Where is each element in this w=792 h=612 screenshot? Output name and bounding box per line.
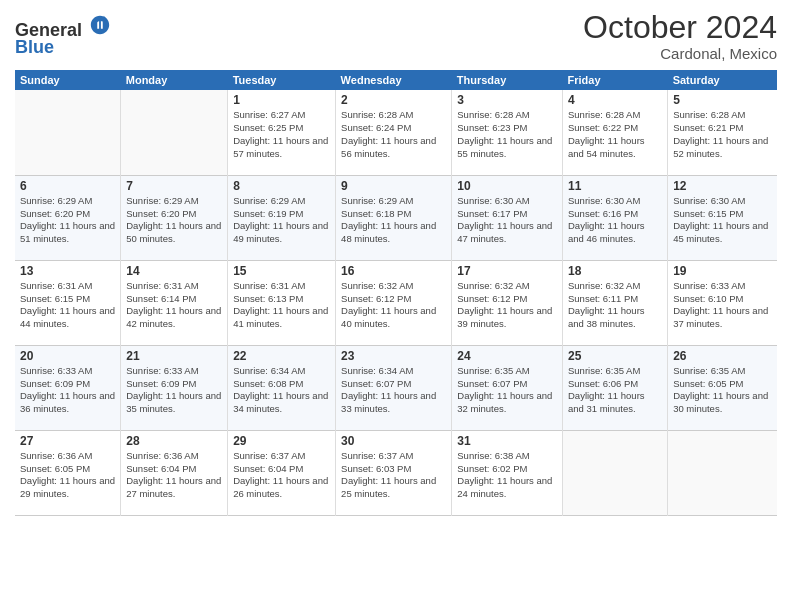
day-info: Sunrise: 6:34 AMSunset: 6:07 PMDaylight:…: [341, 365, 446, 416]
day-number: 30: [341, 434, 446, 448]
calendar-cell: 3Sunrise: 6:28 AMSunset: 6:23 PMDaylight…: [452, 90, 563, 175]
day-info: Sunrise: 6:37 AMSunset: 6:04 PMDaylight:…: [233, 450, 330, 501]
day-number: 29: [233, 434, 330, 448]
calendar-cell: 24Sunrise: 6:35 AMSunset: 6:07 PMDayligh…: [452, 345, 563, 430]
day-number: 20: [20, 349, 115, 363]
day-number: 18: [568, 264, 662, 278]
calendar-cell: [562, 430, 667, 515]
day-number: 23: [341, 349, 446, 363]
day-info: Sunrise: 6:28 AMSunset: 6:22 PMDaylight:…: [568, 109, 662, 160]
day-info: Sunrise: 6:32 AMSunset: 6:12 PMDaylight:…: [341, 280, 446, 331]
calendar-cell: 17Sunrise: 6:32 AMSunset: 6:12 PMDayligh…: [452, 260, 563, 345]
calendar-cell: 12Sunrise: 6:30 AMSunset: 6:15 PMDayligh…: [668, 175, 777, 260]
calendar-cell: 22Sunrise: 6:34 AMSunset: 6:08 PMDayligh…: [228, 345, 336, 430]
day-info: Sunrise: 6:35 AMSunset: 6:06 PMDaylight:…: [568, 365, 662, 416]
calendar-cell: 4Sunrise: 6:28 AMSunset: 6:22 PMDaylight…: [562, 90, 667, 175]
calendar-cell: [121, 90, 228, 175]
day-info: Sunrise: 6:28 AMSunset: 6:23 PMDaylight:…: [457, 109, 557, 160]
calendar-week-2: 6Sunrise: 6:29 AMSunset: 6:20 PMDaylight…: [15, 175, 777, 260]
calendar-table: SundayMondayTuesdayWednesdayThursdayFrid…: [15, 70, 777, 516]
calendar-cell: 21Sunrise: 6:33 AMSunset: 6:09 PMDayligh…: [121, 345, 228, 430]
calendar-cell: 10Sunrise: 6:30 AMSunset: 6:17 PMDayligh…: [452, 175, 563, 260]
calendar-week-1: 1Sunrise: 6:27 AMSunset: 6:25 PMDaylight…: [15, 90, 777, 175]
location: Cardonal, Mexico: [583, 45, 777, 62]
day-info: Sunrise: 6:27 AMSunset: 6:25 PMDaylight:…: [233, 109, 330, 160]
calendar-cell: 29Sunrise: 6:37 AMSunset: 6:04 PMDayligh…: [228, 430, 336, 515]
calendar-week-4: 20Sunrise: 6:33 AMSunset: 6:09 PMDayligh…: [15, 345, 777, 430]
calendar-cell: 11Sunrise: 6:30 AMSunset: 6:16 PMDayligh…: [562, 175, 667, 260]
calendar-cell: 18Sunrise: 6:32 AMSunset: 6:11 PMDayligh…: [562, 260, 667, 345]
page-header: General Blue October 2024 Cardonal, Mexi…: [15, 10, 777, 62]
calendar-body: 1Sunrise: 6:27 AMSunset: 6:25 PMDaylight…: [15, 90, 777, 515]
day-info: Sunrise: 6:32 AMSunset: 6:11 PMDaylight:…: [568, 280, 662, 331]
day-number: 9: [341, 179, 446, 193]
day-number: 31: [457, 434, 557, 448]
calendar-cell: [15, 90, 121, 175]
day-info: Sunrise: 6:29 AMSunset: 6:20 PMDaylight:…: [126, 195, 222, 246]
calendar-cell: 1Sunrise: 6:27 AMSunset: 6:25 PMDaylight…: [228, 90, 336, 175]
day-number: 7: [126, 179, 222, 193]
day-number: 5: [673, 93, 772, 107]
calendar-week-5: 27Sunrise: 6:36 AMSunset: 6:05 PMDayligh…: [15, 430, 777, 515]
day-info: Sunrise: 6:32 AMSunset: 6:12 PMDaylight:…: [457, 280, 557, 331]
day-number: 2: [341, 93, 446, 107]
month-title: October 2024: [583, 10, 777, 45]
calendar-cell: 30Sunrise: 6:37 AMSunset: 6:03 PMDayligh…: [336, 430, 452, 515]
day-info: Sunrise: 6:37 AMSunset: 6:03 PMDaylight:…: [341, 450, 446, 501]
calendar-cell: 6Sunrise: 6:29 AMSunset: 6:20 PMDaylight…: [15, 175, 121, 260]
day-number: 6: [20, 179, 115, 193]
weekday-monday: Monday: [121, 70, 228, 90]
day-info: Sunrise: 6:31 AMSunset: 6:13 PMDaylight:…: [233, 280, 330, 331]
day-info: Sunrise: 6:36 AMSunset: 6:05 PMDaylight:…: [20, 450, 115, 501]
weekday-header-row: SundayMondayTuesdayWednesdayThursdayFrid…: [15, 70, 777, 90]
day-info: Sunrise: 6:29 AMSunset: 6:18 PMDaylight:…: [341, 195, 446, 246]
calendar-cell: 2Sunrise: 6:28 AMSunset: 6:24 PMDaylight…: [336, 90, 452, 175]
day-number: 21: [126, 349, 222, 363]
calendar-week-3: 13Sunrise: 6:31 AMSunset: 6:15 PMDayligh…: [15, 260, 777, 345]
day-number: 17: [457, 264, 557, 278]
calendar-cell: 26Sunrise: 6:35 AMSunset: 6:05 PMDayligh…: [668, 345, 777, 430]
day-number: 4: [568, 93, 662, 107]
day-info: Sunrise: 6:33 AMSunset: 6:10 PMDaylight:…: [673, 280, 772, 331]
weekday-sunday: Sunday: [15, 70, 121, 90]
calendar-cell: 9Sunrise: 6:29 AMSunset: 6:18 PMDaylight…: [336, 175, 452, 260]
calendar-cell: 31Sunrise: 6:38 AMSunset: 6:02 PMDayligh…: [452, 430, 563, 515]
day-info: Sunrise: 6:31 AMSunset: 6:15 PMDaylight:…: [20, 280, 115, 331]
day-info: Sunrise: 6:30 AMSunset: 6:15 PMDaylight:…: [673, 195, 772, 246]
day-info: Sunrise: 6:33 AMSunset: 6:09 PMDaylight:…: [20, 365, 115, 416]
day-info: Sunrise: 6:35 AMSunset: 6:05 PMDaylight:…: [673, 365, 772, 416]
day-info: Sunrise: 6:38 AMSunset: 6:02 PMDaylight:…: [457, 450, 557, 501]
logo: General Blue: [15, 14, 111, 58]
calendar-cell: 14Sunrise: 6:31 AMSunset: 6:14 PMDayligh…: [121, 260, 228, 345]
day-number: 16: [341, 264, 446, 278]
day-number: 25: [568, 349, 662, 363]
day-number: 12: [673, 179, 772, 193]
day-number: 26: [673, 349, 772, 363]
day-info: Sunrise: 6:33 AMSunset: 6:09 PMDaylight:…: [126, 365, 222, 416]
calendar-cell: 28Sunrise: 6:36 AMSunset: 6:04 PMDayligh…: [121, 430, 228, 515]
day-number: 11: [568, 179, 662, 193]
calendar-cell: 15Sunrise: 6:31 AMSunset: 6:13 PMDayligh…: [228, 260, 336, 345]
calendar-cell: 5Sunrise: 6:28 AMSunset: 6:21 PMDaylight…: [668, 90, 777, 175]
calendar-cell: [668, 430, 777, 515]
day-number: 3: [457, 93, 557, 107]
day-number: 13: [20, 264, 115, 278]
day-info: Sunrise: 6:36 AMSunset: 6:04 PMDaylight:…: [126, 450, 222, 501]
day-info: Sunrise: 6:28 AMSunset: 6:21 PMDaylight:…: [673, 109, 772, 160]
calendar-cell: 8Sunrise: 6:29 AMSunset: 6:19 PMDaylight…: [228, 175, 336, 260]
day-number: 8: [233, 179, 330, 193]
logo-text: General Blue: [15, 14, 111, 58]
day-info: Sunrise: 6:29 AMSunset: 6:19 PMDaylight:…: [233, 195, 330, 246]
weekday-wednesday: Wednesday: [336, 70, 452, 90]
day-number: 10: [457, 179, 557, 193]
day-number: 19: [673, 264, 772, 278]
day-number: 14: [126, 264, 222, 278]
calendar-cell: 7Sunrise: 6:29 AMSunset: 6:20 PMDaylight…: [121, 175, 228, 260]
calendar-cell: 20Sunrise: 6:33 AMSunset: 6:09 PMDayligh…: [15, 345, 121, 430]
calendar-cell: 13Sunrise: 6:31 AMSunset: 6:15 PMDayligh…: [15, 260, 121, 345]
calendar-cell: 27Sunrise: 6:36 AMSunset: 6:05 PMDayligh…: [15, 430, 121, 515]
day-info: Sunrise: 6:30 AMSunset: 6:16 PMDaylight:…: [568, 195, 662, 246]
day-number: 1: [233, 93, 330, 107]
day-number: 22: [233, 349, 330, 363]
day-info: Sunrise: 6:34 AMSunset: 6:08 PMDaylight:…: [233, 365, 330, 416]
